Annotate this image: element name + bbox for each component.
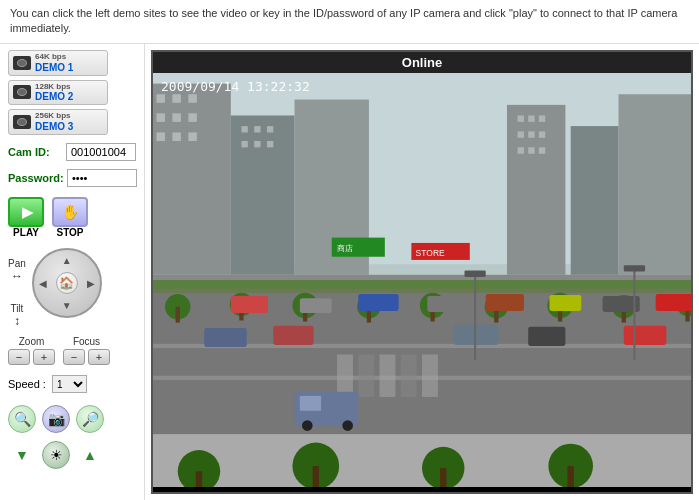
svg-rect-30 <box>254 141 260 147</box>
svg-rect-21 <box>172 113 180 121</box>
focus-group: Focus − + <box>63 336 110 365</box>
ptz-left-arrow[interactable]: ◀ <box>39 278 47 289</box>
svg-rect-58 <box>196 471 202 487</box>
svg-rect-27 <box>254 126 260 132</box>
svg-rect-20 <box>156 113 164 121</box>
pan-icon: ↔ <box>11 269 23 283</box>
svg-rect-11 <box>518 147 524 153</box>
svg-rect-78 <box>204 328 246 347</box>
svg-text:STORE: STORE <box>416 247 445 257</box>
pan-tilt-labels: Pan ↔ Tilt ↕ <box>8 248 26 328</box>
stop-button[interactable]: STOP <box>52 197 88 238</box>
zoom-out-icon[interactable]: 🔍 <box>8 405 36 433</box>
ptz-down-arrow[interactable]: ▼ <box>62 300 72 311</box>
password-input[interactable] <box>67 169 137 187</box>
svg-rect-77 <box>656 294 691 311</box>
focus-plus-button[interactable]: + <box>88 349 110 365</box>
cam-id-input[interactable] <box>66 143 136 161</box>
ptz-joystick[interactable]: ▲ ▼ ◀ ▶ 🏠 <box>32 248 102 318</box>
bottom-icons-row2: ▼ ☀ ▲ <box>8 441 136 469</box>
svg-rect-39 <box>176 306 180 322</box>
brightness-icon[interactable]: ☀ <box>42 441 70 469</box>
cam-id-label: Cam ID: <box>8 146 62 158</box>
svg-rect-72 <box>358 294 398 311</box>
speed-row: Speed : 1 2 3 4 5 <box>8 375 136 393</box>
svg-rect-23 <box>156 132 164 140</box>
ptz-home-button[interactable]: 🏠 <box>56 272 78 294</box>
brightness-down-icon[interactable]: ▼ <box>8 441 36 469</box>
demo3-button[interactable]: 256K bps DEMO 3 <box>8 109 108 135</box>
svg-rect-71 <box>300 298 332 313</box>
svg-rect-18 <box>172 94 180 102</box>
svg-rect-56 <box>153 434 691 487</box>
svg-rect-10 <box>539 131 545 137</box>
brightness-up-icon[interactable]: ▲ <box>76 441 104 469</box>
svg-rect-82 <box>624 326 666 345</box>
header-bar: You can click the left demo sites to see… <box>0 0 699 44</box>
play-stop-row: PLAY STOP <box>8 197 136 238</box>
video-title-bar: Online <box>153 52 691 73</box>
svg-rect-68 <box>401 354 417 396</box>
cam-id-row: Cam ID: <box>8 143 136 161</box>
zoom-minus-button[interactable]: − <box>8 349 30 365</box>
focus-label: Focus <box>73 336 100 347</box>
video-title: Online <box>402 55 442 70</box>
svg-rect-13 <box>539 147 545 153</box>
zoom-in-icon[interactable]: 🔎 <box>76 405 104 433</box>
video-container: Online 2009/09/14 13:22:32 <box>151 50 693 494</box>
svg-rect-65 <box>337 354 353 396</box>
svg-text:商店: 商店 <box>337 243 353 253</box>
camera-icon-2 <box>13 85 31 99</box>
svg-rect-15 <box>231 115 295 274</box>
demo2-label: DEMO 2 <box>35 91 73 102</box>
demo1-button[interactable]: 64K bps DEMO 1 <box>8 50 108 76</box>
header-instruction: You can click the left demo sites to see… <box>10 7 677 34</box>
svg-rect-67 <box>380 354 396 396</box>
video-scene: 2009/09/14 13:22:32 <box>153 73 691 487</box>
svg-rect-8 <box>518 131 524 137</box>
svg-rect-28 <box>267 126 273 132</box>
focus-minus-button[interactable]: − <box>63 349 85 365</box>
demo1-bps: 64K bps <box>35 53 73 62</box>
svg-rect-25 <box>188 132 196 140</box>
bottom-icons-row1: 🔍 📷 🔎 <box>8 405 136 433</box>
speed-select[interactable]: 1 2 3 4 5 <box>52 375 87 393</box>
pan-label: Pan <box>8 258 26 269</box>
snapshot-icon[interactable]: 📷 <box>42 405 70 433</box>
svg-rect-66 <box>358 354 374 396</box>
svg-rect-29 <box>241 141 247 147</box>
svg-rect-14 <box>153 83 231 274</box>
zoom-plus-button[interactable]: + <box>33 349 55 365</box>
svg-rect-19 <box>188 94 196 102</box>
svg-point-86 <box>342 420 353 431</box>
demo2-button[interactable]: 128K bps DEMO 2 <box>8 80 108 106</box>
svg-rect-3 <box>571 126 619 275</box>
svg-rect-6 <box>528 115 534 121</box>
ptz-right-arrow[interactable]: ▶ <box>87 278 95 289</box>
svg-rect-24 <box>172 132 180 140</box>
demo3-label: DEMO 3 <box>35 121 73 132</box>
play-button[interactable]: PLAY <box>8 197 44 238</box>
svg-rect-60 <box>313 466 319 487</box>
svg-rect-88 <box>464 270 485 276</box>
svg-rect-75 <box>549 295 581 311</box>
svg-rect-12 <box>528 147 534 153</box>
svg-rect-5 <box>518 115 524 121</box>
stop-label: STOP <box>56 227 83 238</box>
demo2-bps: 128K bps <box>35 83 73 92</box>
ptz-up-arrow[interactable]: ▲ <box>62 255 72 266</box>
svg-rect-62 <box>440 468 446 487</box>
svg-rect-26 <box>241 126 247 132</box>
tilt-icon: ↕ <box>14 314 20 328</box>
tilt-label: Tilt <box>10 303 23 314</box>
stop-icon <box>52 197 88 227</box>
svg-rect-70 <box>231 296 268 313</box>
left-panel: 64K bps DEMO 1 128K bps DEMO 2 256K bps … <box>0 44 145 500</box>
svg-rect-74 <box>486 294 524 311</box>
play-label: PLAY <box>13 227 39 238</box>
zoom-group: Zoom − + <box>8 336 55 365</box>
video-feed-svg: 商店 STORE <box>153 73 691 487</box>
svg-rect-31 <box>267 141 273 147</box>
speed-label: Speed : <box>8 378 46 390</box>
svg-rect-4 <box>618 94 691 275</box>
